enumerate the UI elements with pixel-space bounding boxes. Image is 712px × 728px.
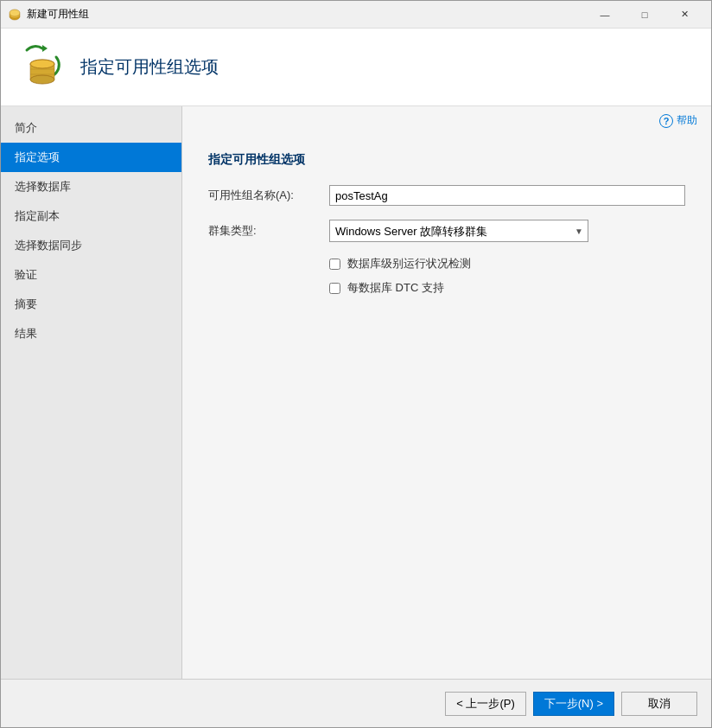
sidebar-item-intro[interactable]: 简介 — [1, 113, 181, 143]
svg-point-7 — [30, 75, 54, 84]
cluster-type-row: 群集类型: Windows Server 故障转移群集 外部 无 ▼ — [208, 220, 685, 242]
svg-point-2 — [10, 10, 20, 16]
sidebar-item-result[interactable]: 结果 — [1, 319, 181, 348]
help-link[interactable]: ? 帮助 — [182, 106, 711, 135]
checkbox1-row: 数据库级别运行状况检测 — [329, 256, 685, 271]
cluster-type-select[interactable]: Windows Server 故障转移群集 外部 无 — [329, 220, 588, 242]
footer: < 上一步(P) 下一步(N) > 取消 — [1, 679, 711, 727]
next-button[interactable]: 下一步(N) > — [533, 692, 614, 716]
header-icon — [18, 43, 67, 92]
help-label: 帮助 — [677, 113, 697, 128]
sidebar-item-summary[interactable]: 摘要 — [1, 290, 181, 319]
title-bar-icon — [8, 8, 22, 22]
checkbox2-row: 每数据库 DTC 支持 — [329, 280, 685, 296]
main-window: 新建可用性组 — □ ✕ — [0, 0, 712, 728]
main-area: 简介 指定选项 选择数据库 指定副本 选择数据同步 验证 摘要 结果 ? 帮助 … — [1, 106, 711, 679]
cancel-button[interactable]: 取消 — [621, 692, 697, 716]
db-health-check-label[interactable]: 数据库级别运行状况检测 — [347, 256, 471, 271]
section-title: 指定可用性组选项 — [208, 152, 685, 168]
cluster-type-label: 群集类型: — [208, 223, 329, 239]
ag-name-field-wrapper — [329, 185, 685, 206]
svg-point-8 — [30, 60, 54, 68]
sidebar-item-select-db[interactable]: 选择数据库 — [1, 172, 181, 201]
ag-name-label: 可用性组名称(A): — [208, 188, 329, 203]
dtc-support-label[interactable]: 每数据库 DTC 支持 — [347, 280, 444, 296]
back-button[interactable]: < 上一步(P) — [445, 692, 526, 716]
sidebar-item-select-sync[interactable]: 选择数据同步 — [1, 231, 181, 260]
content-body: 指定可用性组选项 可用性组名称(A): 群集类型: Windows Server… — [182, 135, 711, 679]
ag-name-input[interactable] — [329, 185, 685, 206]
help-circle-icon: ? — [659, 114, 673, 128]
header-title: 指定可用性组选项 — [80, 55, 219, 79]
sidebar-item-specify-replica[interactable]: 指定副本 — [1, 201, 181, 231]
content-panel: ? 帮助 指定可用性组选项 可用性组名称(A): 群集类型: — [182, 106, 711, 679]
sidebar-item-specify[interactable]: 指定选项 — [1, 143, 181, 172]
minimize-button[interactable]: — — [585, 1, 625, 29]
sidebar: 简介 指定选项 选择数据库 指定副本 选择数据同步 验证 摘要 结果 — [1, 106, 182, 679]
header-area: 指定可用性组选项 — [1, 29, 711, 106]
sidebar-item-validate[interactable]: 验证 — [1, 260, 181, 290]
svg-marker-3 — [42, 45, 48, 52]
maximize-button[interactable]: □ — [625, 1, 664, 29]
title-bar-controls: — □ ✕ — [585, 1, 704, 29]
dtc-support-checkbox[interactable] — [329, 283, 340, 294]
close-button[interactable]: ✕ — [664, 1, 704, 29]
cluster-type-wrapper: Windows Server 故障转移群集 外部 无 ▼ — [329, 220, 588, 242]
title-bar-title: 新建可用性组 — [27, 7, 585, 22]
db-health-check-checkbox[interactable] — [329, 259, 340, 270]
ag-name-row: 可用性组名称(A): — [208, 185, 685, 206]
title-bar: 新建可用性组 — □ ✕ — [1, 1, 711, 29]
